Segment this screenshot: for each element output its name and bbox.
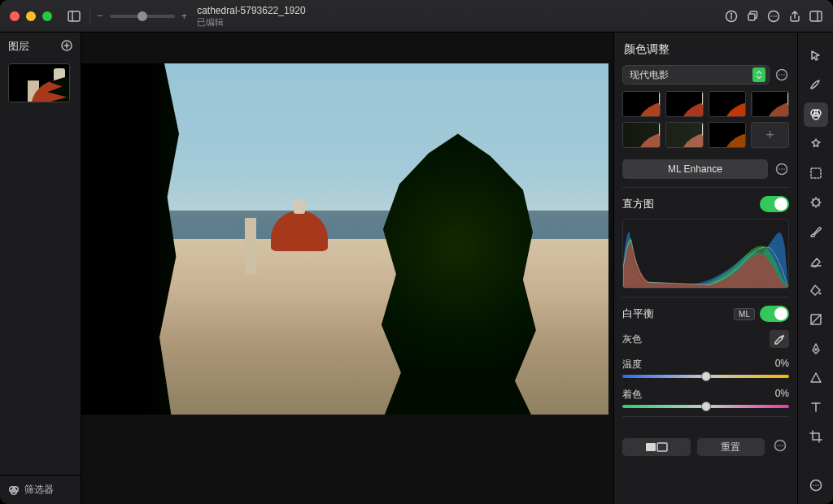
temperature-slider[interactable]: 温度0% — [622, 358, 789, 378]
preset-stepper-icon — [752, 67, 765, 82]
repair-tool[interactable] — [804, 190, 828, 215]
svg-rect-0 — [68, 11, 80, 21]
split-compare-button[interactable] — [622, 438, 691, 456]
pointer-tool[interactable] — [804, 44, 828, 68]
svg-point-29 — [777, 445, 778, 446]
svg-point-21 — [783, 74, 785, 76]
tool-sidebar — [797, 33, 833, 504]
preset-thumb[interactable] — [622, 122, 661, 148]
toggle-right-panel-button[interactable] — [805, 6, 826, 27]
color-adjust-tool[interactable] — [804, 102, 828, 127]
preset-thumb[interactable] — [622, 91, 661, 117]
svg-point-25 — [783, 168, 785, 170]
pen-tool[interactable] — [804, 337, 828, 361]
white-balance-toggle[interactable] — [760, 306, 789, 322]
minimize-window[interactable] — [26, 11, 36, 21]
eyedropper-button[interactable] — [770, 330, 789, 348]
document-title: cathedral-5793622_1920 已编辑 — [197, 5, 305, 28]
edited-label: 已编辑 — [197, 16, 305, 28]
filename-text: cathedral-5793622_1920 — [197, 5, 305, 16]
histogram-label: 直方图 — [622, 197, 654, 211]
layers-footer: 筛选器 — [0, 475, 81, 504]
layers-title: 图层 — [8, 39, 29, 54]
toggle-sidebar-button[interactable] — [63, 6, 85, 27]
preset-thumb[interactable] — [709, 122, 747, 148]
svg-point-23 — [778, 168, 780, 170]
preset-select[interactable]: 现代电影 — [622, 65, 770, 85]
histogram-toggle[interactable] — [760, 196, 789, 212]
canvas[interactable] — [81, 33, 613, 504]
preset-thumb[interactable] — [709, 91, 747, 117]
panel-title: 颜色调整 — [624, 42, 789, 57]
layer-thumbnail[interactable] — [8, 63, 70, 102]
zoom-slider[interactable] — [110, 15, 175, 18]
tint-slider[interactable]: 着色0% — [622, 388, 789, 408]
svg-line-40 — [811, 315, 821, 324]
grey-label: 灰色 — [622, 332, 642, 346]
filter-label[interactable]: 筛选器 — [24, 483, 54, 497]
color-adjustments-panel: 颜色调整 现代电影 — [613, 33, 797, 504]
svg-point-48 — [818, 484, 819, 486]
ml-options-button[interactable] — [774, 162, 789, 176]
titlebar: − + cathedral-5793622_1920 已编辑 — [0, 0, 833, 33]
svg-point-7 — [770, 15, 772, 17]
preset-thumb[interactable] — [751, 91, 789, 117]
preset-selected-label: 现代电影 — [630, 68, 669, 82]
info-button[interactable] — [721, 6, 742, 27]
preset-options-button[interactable] — [774, 67, 789, 82]
filter-icon — [8, 484, 20, 496]
svg-rect-35 — [811, 168, 821, 178]
svg-point-24 — [781, 168, 783, 170]
layers-panel: 图层 筛选器 — [0, 33, 81, 504]
preset-thumbnails: + — [622, 91, 789, 148]
fill-tool[interactable] — [804, 278, 828, 302]
duplicate-button[interactable] — [742, 6, 763, 27]
preset-thumb[interactable] — [665, 91, 704, 117]
svg-rect-5 — [748, 14, 755, 20]
panel-more-button[interactable] — [771, 438, 789, 453]
tools-more-button[interactable] — [804, 473, 828, 497]
svg-point-47 — [815, 484, 817, 486]
preset-thumb[interactable] — [665, 122, 704, 148]
fullscreen-window[interactable] — [42, 11, 52, 21]
svg-point-30 — [779, 445, 781, 446]
more-menu-button[interactable] — [763, 6, 784, 27]
svg-point-31 — [782, 445, 783, 446]
svg-point-8 — [773, 15, 774, 17]
svg-rect-27 — [657, 443, 667, 451]
separator — [89, 8, 90, 24]
zoom-out-button[interactable]: − — [95, 10, 105, 22]
erase-tool[interactable] — [804, 249, 828, 273]
zoom-in-button[interactable]: + — [180, 10, 190, 22]
svg-point-46 — [813, 484, 814, 486]
add-preset-button[interactable]: + — [751, 122, 789, 148]
histogram — [622, 219, 789, 289]
svg-point-19 — [778, 74, 780, 76]
svg-point-20 — [781, 74, 783, 76]
image-preview — [81, 63, 608, 415]
effects-tool[interactable] — [804, 132, 828, 156]
white-balance-label: 白平衡 — [622, 306, 654, 321]
ml-enhance-button[interactable]: ML Enhance — [622, 159, 768, 179]
svg-point-38 — [818, 293, 821, 295]
gradient-tool[interactable] — [804, 307, 828, 332]
svg-rect-26 — [646, 443, 656, 451]
text-tool[interactable] — [804, 395, 828, 419]
svg-rect-10 — [810, 11, 822, 21]
paint-tool[interactable] — [804, 219, 828, 244]
svg-marker-42 — [811, 373, 821, 382]
style-tool[interactable] — [804, 73, 828, 98]
svg-point-4 — [731, 13, 732, 14]
shape-tool[interactable] — [804, 366, 828, 390]
share-button[interactable] — [784, 6, 805, 27]
crop-tool[interactable] — [804, 424, 828, 449]
svg-point-41 — [815, 349, 817, 350]
app-window: − + cathedral-5793622_1920 已编辑 图层 — [0, 0, 833, 504]
marquee-tool[interactable] — [804, 161, 828, 185]
reset-button[interactable]: 重置 — [697, 438, 765, 456]
close-window[interactable] — [10, 11, 20, 21]
add-layer-button[interactable] — [61, 40, 72, 54]
svg-point-9 — [775, 15, 777, 17]
window-controls — [10, 11, 52, 21]
ml-chip[interactable]: ML — [734, 308, 755, 320]
